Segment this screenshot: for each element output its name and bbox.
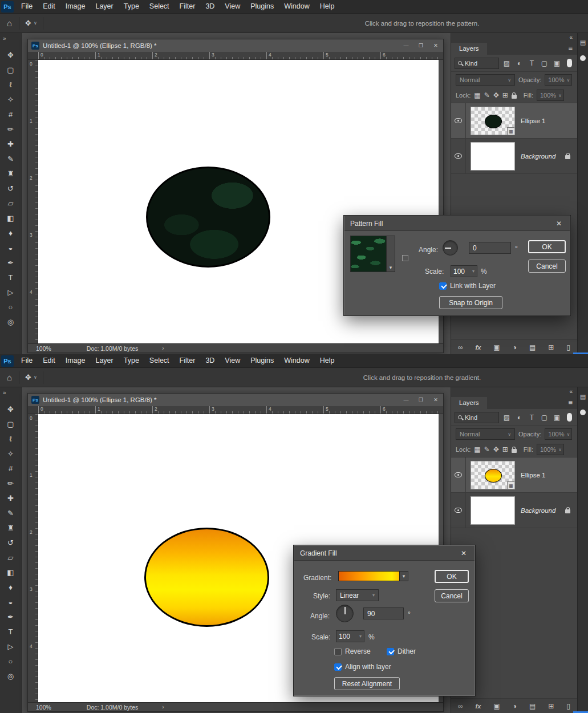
scale-input[interactable]: 100 ▾ <box>336 630 364 642</box>
lock-artboard-icon[interactable]: ⊞ <box>502 91 508 99</box>
delete-layer-icon[interactable]: ▯ <box>566 343 570 351</box>
lock-position-icon[interactable]: ✥ <box>493 445 499 453</box>
panel-menu-icon[interactable]: ≡ <box>563 44 577 55</box>
adjustment-layer-icon[interactable]: ◑ <box>513 343 517 351</box>
lasso-tool[interactable]: ℓ <box>2 77 19 92</box>
blend-mode-select[interactable]: Normal ∨ <box>456 74 515 86</box>
ok-button[interactable]: OK <box>528 240 566 253</box>
menu-item[interactable]: Image <box>60 0 91 13</box>
reverse-option[interactable]: Reverse <box>334 647 371 655</box>
close-icon[interactable]: ✕ <box>554 220 564 228</box>
filter-shape-layers-icon[interactable]: ▢ <box>540 59 549 67</box>
menu-item[interactable]: Filter <box>175 0 201 13</box>
eyedropper-tool[interactable]: ✏ <box>2 121 19 136</box>
tool-preset-dropdown[interactable]: ✥ ∨ <box>19 19 43 27</box>
lock-all-icon[interactable] <box>512 449 517 453</box>
menu-item[interactable]: Layer <box>90 354 118 367</box>
brush-tool[interactable]: ✎ <box>2 151 19 166</box>
path-select-tool[interactable]: ▷ <box>2 639 19 654</box>
layer-row-background[interactable]: Background <box>451 493 577 528</box>
layer-name[interactable]: Background <box>521 153 555 160</box>
close-button[interactable]: ✕ <box>428 394 443 406</box>
opacity-select[interactable]: 100% ∨ <box>545 428 572 440</box>
angle-dial[interactable] <box>443 240 458 256</box>
lock-artboard-icon[interactable]: ⊞ <box>502 445 508 453</box>
magic-wand-tool[interactable]: ✧ <box>2 446 19 461</box>
minimize-button[interactable]: — <box>399 39 413 52</box>
fill-select[interactable]: 100% ∨ <box>537 90 564 101</box>
eyedropper-tool[interactable]: ✏ <box>2 476 19 491</box>
menu-item[interactable]: Edit <box>38 0 60 13</box>
menu-item[interactable]: Window <box>279 0 314 13</box>
filter-pixel-layers-icon[interactable]: ▨ <box>502 59 512 67</box>
angle-input[interactable]: 90 <box>363 607 404 619</box>
history-brush-tool[interactable]: ↺ <box>2 535 19 550</box>
pattern-dropdown[interactable]: ▾ <box>387 236 395 272</box>
opacity-select[interactable]: 100% ∨ <box>545 74 572 86</box>
lock-all-icon[interactable] <box>512 95 517 99</box>
reverse-checkbox[interactable] <box>334 648 342 655</box>
filter-toggle[interactable] <box>567 59 572 67</box>
menu-item[interactable]: Edit <box>38 354 60 367</box>
reset-alignment-button[interactable]: Reset Alignment <box>334 677 400 690</box>
filter-smart-objects-icon[interactable]: ▣ <box>552 414 562 422</box>
move-tool[interactable]: ✥ <box>2 402 19 416</box>
home-icon[interactable]: ⌂ <box>0 372 19 382</box>
marquee-tool[interactable]: ▢ <box>2 416 19 431</box>
menu-item[interactable]: Type <box>119 0 144 13</box>
menu-item[interactable]: 3D <box>200 354 220 367</box>
scale-input[interactable]: 100 ▾ <box>451 265 477 277</box>
maximize-button[interactable]: ❐ <box>413 39 428 52</box>
ellipse-shape-pattern[interactable] <box>146 167 270 268</box>
blend-mode-select[interactable]: Normal ∨ <box>456 428 515 440</box>
menu-item[interactable]: 3D <box>200 0 220 13</box>
link-layers-icon[interactable]: ∞ <box>458 343 463 351</box>
layer-thumbnail[interactable] <box>471 496 515 525</box>
filter-shape-layers-icon[interactable]: ▢ <box>540 414 549 422</box>
layer-name[interactable]: Ellipse 1 <box>521 472 545 479</box>
eraser-tool[interactable]: ▱ <box>2 550 19 565</box>
pattern-picker[interactable]: ▾ <box>350 236 395 272</box>
filter-type-layers-icon[interactable]: T <box>527 414 537 422</box>
gradient-tool[interactable]: ◧ <box>2 210 19 225</box>
layer-effects-icon[interactable]: fx <box>476 344 481 351</box>
shape-tool[interactable]: ○ <box>2 299 19 314</box>
pen-tool[interactable]: ✒ <box>2 255 19 270</box>
close-button[interactable]: ✕ <box>428 39 443 52</box>
layer-mask-icon[interactable]: ▣ <box>493 343 500 351</box>
status-chevron-icon[interactable]: › <box>162 704 164 710</box>
document-titlebar[interactable]: Ps Untitled-1 @ 100% (Ellipse 1, RGB/8) … <box>28 39 443 52</box>
crop-tool[interactable]: # <box>2 107 19 121</box>
layer-mask-icon[interactable]: ▣ <box>493 702 500 710</box>
menu-item[interactable]: Filter <box>175 354 201 367</box>
gradient-picker[interactable]: ▾ <box>338 571 408 581</box>
new-layer-icon[interactable]: ⊞ <box>548 702 554 710</box>
menu-item[interactable]: Type <box>119 354 144 367</box>
tab-layers[interactable]: Layers <box>451 43 487 55</box>
status-chevron-icon[interactable]: › <box>162 345 164 351</box>
blur-tool[interactable]: ♦ <box>2 225 19 240</box>
dither-checkbox[interactable] <box>387 648 394 655</box>
healing-brush-tool[interactable]: ✚ <box>2 491 19 505</box>
marquee-tool[interactable]: ▢ <box>2 62 19 77</box>
cancel-button[interactable]: Cancel <box>528 260 566 273</box>
layer-effects-icon[interactable]: fx <box>476 703 481 710</box>
expand-panels-icon[interactable]: » <box>0 387 6 397</box>
ellipse-shape-gradient[interactable] <box>144 528 269 627</box>
cancel-button[interactable]: Cancel <box>435 589 469 602</box>
menu-item[interactable]: Layer <box>90 0 118 13</box>
angle-input[interactable]: 0 <box>469 242 511 254</box>
document-titlebar[interactable]: Ps Untitled-1 @ 100% (Ellipse 1, RGB/8) … <box>28 394 443 406</box>
menu-item[interactable]: Plugins <box>245 354 279 367</box>
clone-stamp-tool[interactable]: ♜ <box>2 166 19 181</box>
home-icon[interactable]: ⌂ <box>0 18 19 28</box>
crop-tool[interactable]: # <box>2 461 19 476</box>
history-brush-tool[interactable]: ↺ <box>2 181 19 196</box>
collapsed-panel-icon[interactable]: ▤ <box>580 39 586 46</box>
eraser-tool[interactable]: ▱ <box>2 196 19 210</box>
filter-adjustment-layers-icon[interactable]: ◐ <box>514 414 524 422</box>
menu-item[interactable]: View <box>220 0 245 13</box>
gradient-preview[interactable] <box>338 571 400 581</box>
menu-item[interactable]: Select <box>144 354 175 367</box>
visibility-toggle[interactable] <box>451 103 466 138</box>
